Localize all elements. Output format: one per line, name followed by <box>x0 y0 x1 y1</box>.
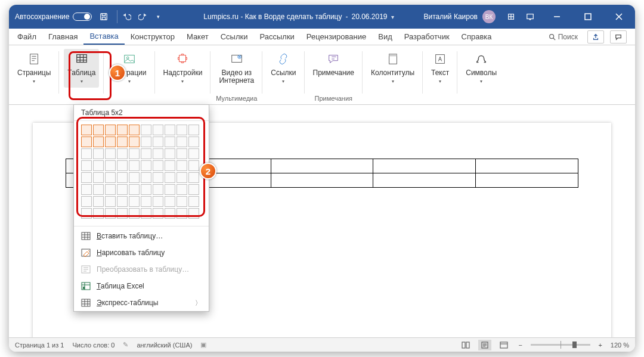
grid-cell[interactable] <box>105 160 116 171</box>
tab-mailings[interactable]: Рассылки <box>253 29 300 45</box>
grid-cell[interactable] <box>117 172 128 183</box>
grid-cell[interactable] <box>105 136 116 147</box>
grid-cell[interactable] <box>177 136 187 147</box>
links-button[interactable]: Ссылки▾ <box>267 49 299 88</box>
tab-layout[interactable]: Макет <box>181 29 215 45</box>
table-grid-picker[interactable] <box>74 121 209 225</box>
autosave-toggle[interactable]: Автосохранение <box>15 13 92 21</box>
grid-cell[interactable] <box>188 160 199 171</box>
ribbon-display-icon[interactable] <box>524 11 536 23</box>
maximize-button[interactable] <box>574 5 602 29</box>
chevron-down-icon[interactable]: ▾ <box>391 14 394 20</box>
grid-cell[interactable] <box>165 172 175 183</box>
grid-cell[interactable] <box>93 148 104 159</box>
grid-cell[interactable] <box>81 136 92 147</box>
grid-cell[interactable] <box>105 208 116 219</box>
grid-cell[interactable] <box>129 184 140 195</box>
save-icon[interactable] <box>98 11 110 23</box>
online-video-button[interactable]: Видео из Интернета <box>215 49 258 87</box>
grid-cell[interactable] <box>165 196 175 207</box>
grid-cell[interactable] <box>153 136 163 147</box>
grid-cell[interactable] <box>141 184 151 195</box>
grid-cell[interactable] <box>129 136 140 147</box>
tab-view[interactable]: Вид <box>372 29 398 45</box>
grid-cell[interactable] <box>81 160 92 171</box>
grid-cell[interactable] <box>117 148 128 159</box>
grid-cell[interactable] <box>129 160 140 171</box>
draw-table-item[interactable]: Нарисовать таблицу <box>74 244 209 261</box>
table-button[interactable]: Таблица▾ <box>64 49 99 88</box>
grid-cell[interactable] <box>117 184 128 195</box>
grid-cell[interactable] <box>117 208 128 219</box>
search-box[interactable]: Поиск <box>545 33 581 41</box>
grid-cell[interactable] <box>105 148 116 159</box>
grid-cell[interactable] <box>153 125 163 135</box>
grid-cell[interactable] <box>93 136 104 147</box>
minimize-button[interactable] <box>543 5 571 29</box>
tab-help[interactable]: Справка <box>456 29 498 45</box>
grid-cell[interactable] <box>188 208 199 219</box>
grid-cell[interactable] <box>129 148 140 159</box>
grid-cell[interactable] <box>93 184 104 195</box>
redo-icon[interactable] <box>137 11 148 23</box>
grid-cell[interactable] <box>141 160 151 171</box>
grid-cell[interactable] <box>93 208 104 219</box>
grid-cell[interactable] <box>141 196 151 207</box>
grid-cell[interactable] <box>188 125 199 135</box>
grid-cell[interactable] <box>81 172 92 183</box>
qat-more-icon[interactable]: ▾ <box>152 11 164 23</box>
grid-cell[interactable] <box>81 196 92 207</box>
grid-cell[interactable] <box>141 208 151 219</box>
grid-cell[interactable] <box>81 184 92 195</box>
grid-cell[interactable] <box>105 172 116 183</box>
grid-cell[interactable] <box>93 172 104 183</box>
grid-cell[interactable] <box>81 208 92 219</box>
grid-cell[interactable] <box>177 148 187 159</box>
grid-cell[interactable] <box>177 160 187 171</box>
grid-cell[interactable] <box>188 148 199 159</box>
grid-cell[interactable] <box>117 160 128 171</box>
grid-cell[interactable] <box>165 148 175 159</box>
grid-cell[interactable] <box>93 196 104 207</box>
word-count[interactable]: Число слов: 0 <box>72 342 114 349</box>
grid-cell[interactable] <box>165 136 175 147</box>
grid-cell[interactable] <box>153 148 163 159</box>
tab-file[interactable]: Файл <box>11 29 42 45</box>
coming-soon-icon[interactable] <box>505 11 517 23</box>
grid-cell[interactable] <box>153 196 163 207</box>
user-account[interactable]: Виталий Каиров ВК <box>423 10 496 23</box>
grid-cell[interactable] <box>165 160 175 171</box>
grid-cell[interactable] <box>81 148 92 159</box>
insert-table-item[interactable]: Вставить таблицу… <box>74 228 209 244</box>
grid-cell[interactable] <box>177 196 187 207</box>
grid-cell[interactable] <box>129 172 140 183</box>
spellcheck-icon[interactable]: ✎ <box>123 341 128 349</box>
grid-cell[interactable] <box>141 136 151 147</box>
grid-cell[interactable] <box>153 184 163 195</box>
comments-button[interactable] <box>610 30 627 44</box>
grid-cell[interactable] <box>177 172 187 183</box>
grid-cell[interactable] <box>165 125 175 135</box>
grid-cell[interactable] <box>165 208 175 219</box>
grid-cell[interactable] <box>105 125 116 135</box>
grid-cell[interactable] <box>129 208 140 219</box>
grid-cell[interactable] <box>153 208 163 219</box>
grid-cell[interactable] <box>129 125 140 135</box>
zoom-slider[interactable] <box>531 344 590 346</box>
headers-button[interactable]: Колонтитулы▾ <box>367 49 418 88</box>
tab-developer[interactable]: Разработчик <box>398 29 456 45</box>
grid-cell[interactable] <box>188 196 199 207</box>
zoom-level[interactable]: 120 % <box>611 342 629 349</box>
macro-icon[interactable]: ▣ <box>200 341 206 349</box>
tab-design[interactable]: Конструктор <box>125 29 181 45</box>
grid-cell[interactable] <box>188 136 199 147</box>
grid-cell[interactable] <box>105 196 116 207</box>
grid-cell[interactable] <box>117 196 128 207</box>
excel-table-item[interactable]: Таблица Excel <box>74 278 209 294</box>
print-layout-button[interactable] <box>478 340 491 350</box>
close-button[interactable] <box>605 5 633 29</box>
grid-cell[interactable] <box>153 172 163 183</box>
share-button[interactable] <box>587 30 604 44</box>
tab-review[interactable]: Рецензирование <box>301 29 372 45</box>
grid-cell[interactable] <box>81 125 92 135</box>
